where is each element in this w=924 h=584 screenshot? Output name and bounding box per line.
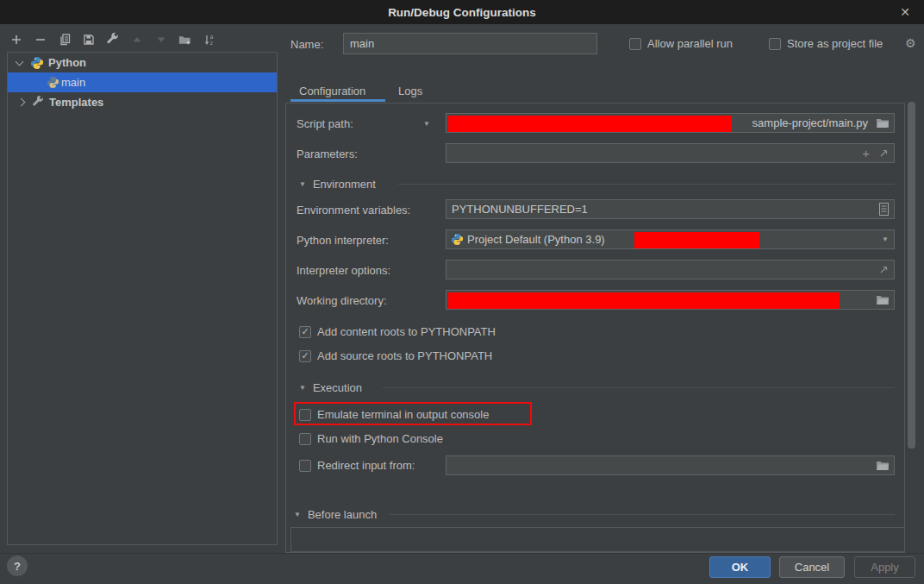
tab-logs[interactable]: Logs — [398, 79, 422, 102]
tab-label: Configuration — [299, 85, 365, 97]
emulate-terminal-label: Emulate terminal in output console — [317, 408, 489, 421]
tree-item-python[interactable]: Python — [8, 53, 277, 72]
close-icon[interactable]: ✕ — [893, 0, 917, 24]
move-down-icon[interactable] — [153, 33, 168, 47]
insert-macro-plus-icon[interactable]: + — [862, 146, 870, 160]
edit-templates-icon[interactable] — [105, 33, 120, 47]
dialog-title: Run/Debug Configurations — [388, 6, 536, 19]
redirect-input-checkbox[interactable]: Redirect input from: — [299, 459, 415, 472]
tree-item-label: Python — [48, 56, 86, 69]
save-configuration-icon[interactable] — [81, 33, 96, 47]
browse-folder-icon[interactable] — [876, 294, 890, 305]
new-folder-icon[interactable] — [178, 33, 192, 47]
section-divider — [390, 514, 895, 515]
tab-label: Logs — [398, 85, 422, 97]
redirect-input-field[interactable] — [446, 455, 895, 475]
environment-variables-label: Environment variables: — [297, 204, 410, 217]
redacted-region — [448, 116, 732, 132]
add-source-roots-label: Add source roots to PYTHONPATH — [317, 349, 492, 362]
cancel-button[interactable]: Cancel — [779, 556, 845, 578]
remove-configuration-icon[interactable] — [33, 33, 47, 47]
allow-parallel-run-label: Allow parallel run — [647, 37, 733, 50]
python-config-icon — [47, 76, 59, 89]
apply-button[interactable]: Apply — [854, 556, 915, 578]
tree-item-main[interactable]: main — [8, 72, 277, 92]
script-path-field[interactable]: sample-project/main.py — [446, 113, 895, 133]
dialog-titlebar: Run/Debug Configurations ✕ — [0, 0, 924, 24]
checkbox-checked-icon[interactable]: ✓ — [299, 350, 311, 362]
section-divider — [383, 387, 895, 388]
add-source-roots-checkbox[interactable]: ✓ Add source roots to PYTHONPATH — [299, 349, 492, 362]
interpreter-options-field[interactable] — [446, 260, 895, 279]
checkbox-icon[interactable] — [299, 409, 311, 421]
add-configuration-icon[interactable] — [9, 33, 23, 47]
script-path-value: sample-project/main.py — [747, 116, 873, 129]
vertical-scrollbar-thumb[interactable] — [908, 102, 915, 449]
footer-divider — [0, 553, 924, 554]
chevron-down-icon[interactable] — [16, 57, 24, 66]
environment-variables-field[interactable]: PYTHONUNBUFFERED=1 — [446, 199, 895, 219]
redacted-region — [634, 232, 759, 248]
add-content-roots-label: Add content roots to PYTHONPATH — [317, 325, 496, 338]
script-path-dropdown-icon[interactable]: ▼ — [423, 120, 430, 128]
combobox-arrow-icon[interactable]: ▼ — [882, 235, 889, 243]
redirect-input-label: Redirect input from: — [317, 459, 415, 472]
move-up-icon[interactable] — [129, 33, 144, 47]
python-logo-icon — [451, 233, 464, 246]
tree-item-label: Templates — [49, 96, 103, 109]
store-as-project-file-checkbox[interactable]: Store as project file — [769, 37, 883, 50]
run-with-python-console-label: Run with Python Console — [317, 432, 443, 445]
run-with-python-console-checkbox[interactable]: Run with Python Console — [299, 432, 443, 445]
checkbox-icon[interactable] — [629, 38, 641, 50]
allow-parallel-run-checkbox[interactable]: Allow parallel run — [629, 37, 733, 50]
python-interpreter-label: Python interpreter: — [297, 234, 389, 247]
section-divider — [398, 184, 895, 185]
tree-item-templates[interactable]: Templates — [8, 92, 277, 112]
configurations-toolbar: az — [9, 29, 216, 50]
checkbox-checked-icon[interactable]: ✓ — [299, 326, 311, 338]
redacted-region — [448, 292, 840, 309]
before-launch-section-label: Before launch — [308, 508, 377, 521]
python-interpreter-value: Project Default (Python 3.9) — [464, 233, 610, 246]
section-collapse-icon[interactable]: ▼ — [299, 384, 306, 392]
expand-field-icon[interactable] — [878, 148, 889, 159]
execution-section-label: Execution — [313, 381, 362, 394]
help-button[interactable]: ? — [7, 556, 28, 576]
tree-item-label: main — [61, 76, 85, 89]
store-as-project-file-label: Store as project file — [787, 37, 883, 50]
name-label: Name: — [290, 38, 323, 51]
copy-configuration-icon[interactable] — [57, 33, 72, 47]
interpreter-options-label: Interpreter options: — [297, 264, 390, 277]
execution-section-header[interactable]: ▼ Execution — [299, 381, 362, 394]
parameters-field[interactable]: + — [446, 143, 895, 163]
before-launch-section-header[interactable]: ▼ Before launch — [294, 508, 377, 521]
browse-variables-icon[interactable] — [879, 203, 889, 216]
python-interpreter-combobox[interactable]: Project Default (Python 3.9) ▼ — [446, 229, 895, 249]
add-content-roots-checkbox[interactable]: ✓ Add content roots to PYTHONPATH — [299, 325, 496, 338]
working-directory-field[interactable] — [446, 290, 895, 310]
working-directory-label: Working directory: — [297, 294, 387, 307]
before-launch-task-list[interactable] — [290, 527, 905, 552]
environment-variables-value: PYTHONUNBUFFERED=1 — [446, 203, 593, 216]
gear-icon[interactable]: ⚙ — [905, 36, 916, 50]
templates-wrench-icon — [32, 96, 45, 109]
environment-section-label: Environment — [313, 178, 376, 191]
checkbox-icon[interactable] — [299, 433, 311, 445]
active-tab-underline — [290, 99, 385, 102]
chevron-right-icon[interactable] — [17, 98, 26, 107]
configurations-tree: Python main Templates — [7, 52, 278, 545]
checkbox-icon[interactable] — [769, 38, 781, 50]
expand-field-icon[interactable] — [878, 265, 889, 275]
parameters-label: Parameters: — [297, 148, 358, 160]
name-input[interactable] — [343, 33, 597, 54]
section-collapse-icon[interactable]: ▼ — [294, 511, 301, 518]
checkbox-icon[interactable] — [299, 460, 311, 472]
ok-button[interactable]: OK — [709, 556, 771, 578]
browse-folder-icon[interactable] — [876, 460, 890, 471]
sort-alphabetically-icon[interactable]: az — [202, 33, 216, 47]
emulate-terminal-checkbox[interactable]: Emulate terminal in output console — [299, 408, 489, 421]
environment-section-header[interactable]: ▼ Environment — [299, 178, 376, 191]
section-collapse-icon[interactable]: ▼ — [299, 180, 306, 188]
browse-folder-icon[interactable] — [876, 117, 890, 129]
python-logo-icon — [30, 56, 44, 70]
